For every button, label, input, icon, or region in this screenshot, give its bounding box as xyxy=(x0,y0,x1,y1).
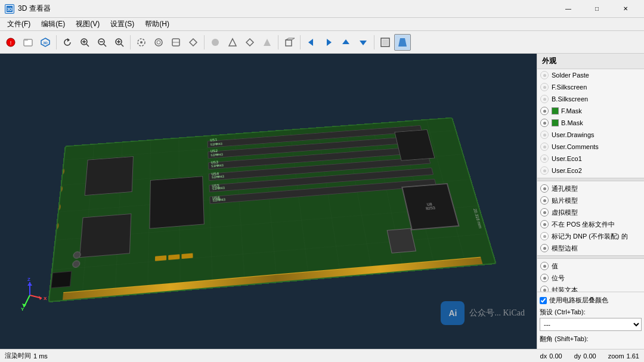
checkbox-layer-color[interactable] xyxy=(540,297,547,304)
label-smd: 贴片模型 xyxy=(552,196,642,205)
checkbox-row-layer-color[interactable]: 使用电路板层叠颜色 xyxy=(540,295,642,306)
toolbar-btn-r1[interactable] xyxy=(133,34,150,51)
layer-label-f-silkscreen: F.Silkscreen xyxy=(552,83,642,91)
3d-viewport[interactable]: SIMM43 SIMM43 SIMM43 SIMM43 SIMM43 SIMM4… xyxy=(0,54,537,349)
toolbar-btn-zoom-in[interactable] xyxy=(76,34,93,51)
toolbar-btn-s1[interactable] xyxy=(207,34,224,51)
status-zoom: zoom 1.61 xyxy=(608,352,639,360)
watermark: Ai 公众号... KiCad xyxy=(441,301,525,325)
model-dnp[interactable]: 标记为 DNP (不作装配) 的 xyxy=(537,230,644,242)
eye-toggle-b-mask[interactable] xyxy=(540,118,549,128)
eye-toggle-reference[interactable] xyxy=(540,273,549,283)
toolbar-btn-r2[interactable] xyxy=(150,34,167,51)
toolbar: ! 3D xyxy=(0,31,644,54)
layer-solder-paste[interactable]: Solder Paste xyxy=(537,69,644,81)
eye-toggle-smd[interactable] xyxy=(540,196,549,205)
panel-bottom: 使用电路板层叠颜色 预设 (Ctrl+Tab): --- 翻角 (Shift+T… xyxy=(537,292,644,349)
eye-toggle-user-drawings[interactable] xyxy=(540,130,549,140)
toolbar-btn-left[interactable] xyxy=(303,34,320,51)
watermark-icon: Ai xyxy=(441,301,465,325)
toolbar-separator-1 xyxy=(56,35,57,49)
model-bbox[interactable]: 模型边框 xyxy=(537,242,644,254)
label-footprint-text: 封装文本 xyxy=(552,286,642,292)
layer-b-mask[interactable]: B.Mask xyxy=(537,117,644,129)
toolbar-separator-4 xyxy=(278,35,278,49)
menu-file[interactable]: 文件(F) xyxy=(2,18,35,30)
svg-text:3D: 3D xyxy=(43,41,48,45)
preset-select[interactable]: --- xyxy=(540,318,642,331)
toolbar-btn-refresh[interactable] xyxy=(59,34,76,51)
menu-view[interactable]: 视图(V) xyxy=(71,18,104,30)
toolbar-btn-3d-box[interactable] xyxy=(281,34,298,51)
svg-marker-33 xyxy=(360,41,367,45)
dx-value: 0.00 xyxy=(549,352,562,360)
eye-toggle-user-eco2[interactable] xyxy=(540,166,549,175)
eye-toggle-footprint-text[interactable] xyxy=(540,285,549,292)
title-bar: 3D 3D 查看器 — □ ✕ xyxy=(0,0,644,18)
svg-marker-32 xyxy=(342,39,349,44)
toolbar-btn-ortho[interactable] xyxy=(377,34,394,51)
toolbar-btn-s3[interactable] xyxy=(242,34,258,51)
layer-label-f-mask: F.Mask xyxy=(561,107,642,115)
toolbar-btn-zoom-out[interactable] xyxy=(94,34,110,51)
eye-toggle-value[interactable] xyxy=(540,261,549,271)
layer-user-drawings[interactable]: User.Drawings xyxy=(537,129,644,141)
svg-point-22 xyxy=(155,39,162,46)
model-virtual[interactable]: 虚拟模型 xyxy=(537,206,644,218)
toolbar-btn-s4[interactable] xyxy=(259,34,275,51)
layer-b-silkscreen[interactable]: B.Silkscreen xyxy=(537,93,644,105)
toolbar-btn-s2[interactable] xyxy=(224,34,241,51)
layer-f-mask[interactable]: F.Mask xyxy=(537,105,644,117)
layer-f-silkscreen[interactable]: F.Silkscreen xyxy=(537,81,644,93)
menu-edit[interactable]: 编辑(E) xyxy=(36,18,70,30)
menu-help[interactable]: 帮助(H) xyxy=(140,18,174,30)
layer-user-eco1[interactable]: User.Eco1 xyxy=(537,153,644,165)
panel-scroll[interactable]: Solder Paste F.Silkscreen B.Silkscreen xyxy=(537,69,644,292)
layer-user-comments[interactable]: User.Comments xyxy=(537,141,644,153)
toolbar-btn-r3[interactable] xyxy=(168,34,184,51)
toolbar-btn-up[interactable] xyxy=(338,34,354,51)
eye-toggle-b-silkscreen[interactable] xyxy=(540,94,549,104)
display-value[interactable]: 值 xyxy=(537,260,644,272)
toolbar-separator-5 xyxy=(300,35,301,49)
eye-toggle-not-in-pos[interactable] xyxy=(540,219,549,229)
eye-toggle-solder-paste[interactable] xyxy=(540,70,549,80)
color-swatch-f-mask xyxy=(552,107,559,115)
model-through-hole[interactable]: 通孔模型 xyxy=(537,182,644,194)
layer-user-eco2[interactable]: User.Eco2 xyxy=(537,165,644,177)
maximize-button[interactable]: □ xyxy=(583,3,611,15)
toolbar-btn-3d[interactable]: 3D xyxy=(37,34,54,51)
display-reference[interactable]: 位号 xyxy=(537,272,644,284)
toolbar-btn-zoom-fit[interactable] xyxy=(111,34,128,51)
eye-toggle-virtual[interactable] xyxy=(540,208,549,217)
toolbar-btn-open[interactable] xyxy=(20,34,36,51)
toolbar-btn-new[interactable]: ! xyxy=(2,34,19,51)
display-footprint-text[interactable]: 封装文本 xyxy=(537,284,644,292)
model-not-in-pos[interactable]: 不在 POS 坐标文件中 xyxy=(537,218,644,230)
close-button[interactable]: ✕ xyxy=(612,3,639,15)
eye-toggle-bbox[interactable] xyxy=(540,243,549,253)
toolbar-separator-3 xyxy=(204,35,205,49)
status-dy: dy 0.00 xyxy=(574,352,596,360)
eye-toggle-dnp[interactable] xyxy=(540,231,549,241)
eye-toggle-user-comments[interactable] xyxy=(540,142,549,151)
panel-title: 外观 xyxy=(537,54,644,69)
minimize-button[interactable]: — xyxy=(555,3,582,15)
window-controls: — □ ✕ xyxy=(555,3,639,15)
section-divider-1 xyxy=(537,178,644,181)
svg-rect-28 xyxy=(286,40,292,46)
toolbar-btn-right[interactable] xyxy=(320,34,337,51)
svg-marker-44 xyxy=(27,282,32,286)
eye-toggle-f-silkscreen[interactable] xyxy=(540,82,549,92)
eye-toggle-user-eco1[interactable] xyxy=(540,154,549,163)
menu-settings[interactable]: 设置(S) xyxy=(106,18,139,30)
svg-line-15 xyxy=(104,44,106,47)
toolbar-btn-r4[interactable] xyxy=(185,34,202,51)
toolbar-btn-persp[interactable] xyxy=(394,34,411,51)
menu-bar: 文件(F) 编辑(E) 视图(V) 设置(S) 帮助(H) xyxy=(0,18,644,31)
toolbar-btn-down[interactable] xyxy=(355,34,371,51)
svg-point-27 xyxy=(212,39,219,46)
model-smd[interactable]: 贴片模型 xyxy=(537,194,644,206)
eye-toggle-f-mask[interactable] xyxy=(540,106,549,116)
eye-toggle-through-hole[interactable] xyxy=(540,184,549,193)
